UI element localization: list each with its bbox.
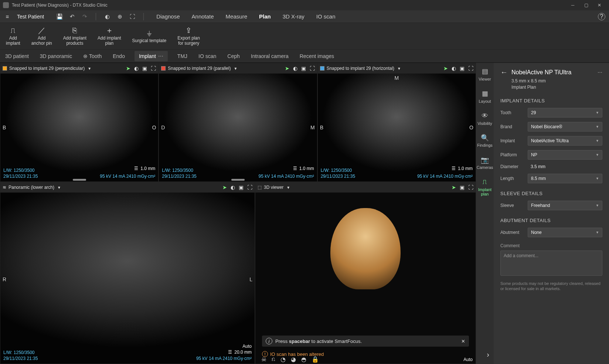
pane-title[interactable]: Snapped to implant 29 (perpendicular)	[9, 66, 85, 71]
contrast-icon[interactable]: ◐	[134, 65, 139, 71]
fullscreen-icon[interactable]: ⛶	[247, 184, 252, 190]
tooth-select[interactable]: 29▼	[528, 108, 602, 118]
next-arrow-icon[interactable]: ›	[487, 350, 489, 359]
tab-3dxray[interactable]: 3D X-ray	[282, 11, 305, 22]
brand-select[interactable]: Nobel Biocare®▼	[528, 122, 602, 132]
tab-diagnose[interactable]: Diagnose	[156, 11, 180, 22]
side-visibility[interactable]: 👁Visibility	[477, 112, 492, 126]
scan-image	[0, 74, 158, 181]
add-implant-products-button[interactable]: ⎘Add implant products	[63, 26, 86, 46]
chevron-down-icon[interactable]: ▼	[397, 67, 401, 71]
help-icon[interactable]: ?	[598, 13, 605, 20]
platform-select[interactable]: NP▼	[528, 150, 602, 160]
chevron-down-icon[interactable]: ▼	[234, 67, 237, 71]
comment-input[interactable]: Add a comment...	[500, 251, 602, 276]
ws-ceph[interactable]: Ceph	[226, 51, 241, 61]
close-button[interactable]: ✕	[593, 0, 606, 10]
lock-icon[interactable]: 🔒	[312, 356, 319, 363]
focus-icon[interactable]: ▣	[460, 184, 465, 190]
side-viewer[interactable]: ▤Viewer	[479, 68, 491, 81]
chevron-down-icon: ▼	[596, 111, 599, 115]
add-implant-plan-button[interactable]: ＋Add implant plan	[98, 26, 121, 46]
pane-title[interactable]: Snapped to implant 29 (parallel)	[168, 66, 231, 71]
ws-3d-panoramic[interactable]: 3D panoramic	[38, 51, 74, 61]
ws-intraoral[interactable]: Intraoral camera	[249, 51, 290, 61]
ws-implant[interactable]: Implant⋯	[135, 51, 168, 61]
pane-perpendicular[interactable]: Snapped to implant 29 (perpendicular) ▼ …	[0, 63, 159, 182]
implant-select[interactable]: NobelActive TiUltra▼	[528, 136, 602, 146]
pane-title[interactable]: Snapped to implant 29 (horizontal)	[327, 66, 394, 71]
pane-title[interactable]: 3D viewer	[264, 185, 283, 190]
preset-5-icon[interactable]: ◓	[301, 356, 306, 363]
focus-icon[interactable]: ▣	[460, 65, 465, 71]
redo-icon[interactable]: ↷	[81, 13, 88, 20]
chevron-down-icon[interactable]: ▼	[57, 186, 61, 190]
preset-4-icon[interactable]: ◕	[291, 356, 296, 363]
ws-tmj[interactable]: TMJ	[176, 51, 189, 61]
findings-icon: 🔍	[481, 135, 489, 142]
more-icon[interactable]: ⋯	[598, 69, 602, 75]
tool-icon-2[interactable]: ⊕	[116, 13, 123, 20]
contrast-icon[interactable]: ◐	[452, 65, 456, 71]
fullscreen-icon[interactable]: ⛶	[468, 65, 473, 71]
undo-icon[interactable]: ↶	[68, 13, 76, 20]
pointer-icon[interactable]: ➤	[222, 184, 227, 190]
ws-endo[interactable]: Endo	[111, 51, 126, 61]
ribbon-label: Add implant	[6, 36, 20, 46]
side-layout[interactable]: ▦Layout	[479, 90, 491, 103]
side-findings[interactable]: 🔍Findings	[477, 135, 493, 148]
tool-icon-1[interactable]: ◐	[103, 13, 111, 20]
close-icon[interactable]: ✕	[461, 339, 465, 344]
menu-icon[interactable]: ≡	[4, 13, 11, 20]
abutment-select[interactable]: None▼	[528, 228, 602, 237]
contrast-icon[interactable]: ◐	[231, 184, 235, 190]
tab-annotate[interactable]: Annotate	[191, 11, 215, 22]
focus-icon[interactable]: ▣	[301, 65, 306, 71]
fullscreen-icon[interactable]: ⛶	[468, 184, 473, 190]
save-icon[interactable]: 💾	[56, 13, 63, 20]
ws-tooth[interactable]: ⊛Tooth	[82, 51, 103, 61]
chevron-down-icon[interactable]: ▼	[88, 67, 91, 71]
focus-icon[interactable]: ▣	[142, 65, 147, 71]
ws-3d-patient[interactable]: 3D patient	[4, 51, 30, 61]
tab-plan[interactable]: Plan	[258, 11, 272, 22]
preset-1-icon[interactable]: ☠	[261, 356, 266, 363]
ws-recent[interactable]: Recent images	[298, 51, 336, 61]
pane-panoramic[interactable]: ≋ Panoramic (lower arch) ▼ ➤ ◐ ▣ ⛶ R L A…	[0, 182, 255, 364]
more-icon[interactable]: ⋯	[158, 53, 163, 59]
side-cameras[interactable]: 📷Cameras	[477, 157, 493, 170]
side-implant-plan[interactable]: ⎍Implant plan	[478, 178, 491, 196]
add-implant-button[interactable]: ⎍Add implant	[6, 26, 20, 46]
sleeve-select[interactable]: Freehand▼	[528, 201, 602, 210]
minimize-button[interactable]: ─	[566, 0, 579, 10]
tab-measure[interactable]: Measure	[225, 11, 248, 22]
patient-name[interactable]: Test Patient	[17, 14, 44, 20]
length-select[interactable]: 8.5 mm▼	[528, 174, 602, 183]
focus-icon[interactable]: ▣	[239, 184, 244, 190]
preset-2-icon[interactable]: ⎌	[272, 356, 275, 363]
export-plan-button[interactable]: ⇪Export plan for surgery	[177, 26, 200, 46]
chevron-down-icon[interactable]: ▼	[286, 186, 290, 190]
pane-3d-viewer[interactable]: ⬚ 3D viewer ▼ ➤ ▣ ⛶ i Press spacebar to …	[255, 182, 476, 364]
pin-icon: ／	[38, 26, 45, 34]
pane-horizontal[interactable]: Snapped to implant 29 (horizontal) ▼ ➤ ◐…	[317, 63, 476, 182]
add-anchor-pin-button[interactable]: ／Add anchor pin	[31, 26, 52, 46]
ws-ioscan[interactable]: IO scan	[197, 51, 218, 61]
tool-icon-3[interactable]: ⛶	[129, 13, 136, 20]
pointer-icon[interactable]: ➤	[443, 65, 448, 71]
pointer-icon[interactable]: ➤	[285, 65, 289, 71]
fullscreen-icon[interactable]: ⛶	[310, 65, 315, 71]
pointer-icon[interactable]: ➤	[452, 184, 456, 190]
scrollbar[interactable]	[73, 179, 86, 181]
preset-3-icon[interactable]: ◔	[280, 356, 286, 363]
scrollbar[interactable]	[231, 179, 245, 181]
fullscreen-icon[interactable]: ⛶	[151, 65, 156, 71]
pointer-icon[interactable]: ➤	[126, 65, 130, 71]
back-icon[interactable]: ←	[500, 68, 508, 76]
pane-parallel[interactable]: Snapped to implant 29 (parallel) ▼ ➤ ◐ ▣…	[159, 63, 317, 182]
maximize-button[interactable]: ▢	[579, 0, 593, 10]
pane-title[interactable]: Panoramic (lower arch)	[8, 185, 54, 190]
surgical-template-button[interactable]: ⏚Surgical template	[132, 29, 166, 44]
tab-ioscan[interactable]: IO scan	[316, 11, 336, 22]
contrast-icon[interactable]: ◐	[293, 65, 297, 71]
